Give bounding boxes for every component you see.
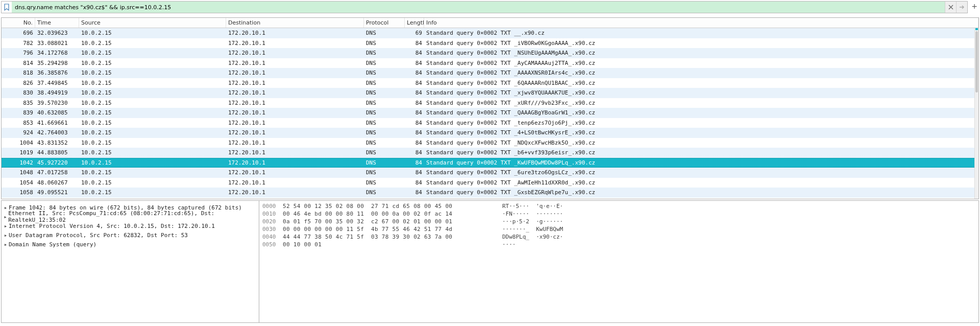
hex-row[interactable]: 004044 44 77 38 50 4c 71 5f 03 78 39 30 …	[262, 234, 975, 241]
hex-bytes: 00 00 00 00 00 00 11 5f 4b 77 55 46 42 5…	[283, 226, 502, 234]
tree-item[interactable]: ▸ Ethernet II, Src: PcsCompu_71:cd:65 (0…	[3, 212, 258, 221]
packet-row[interactable]: 83940.63208510.0.2.15172.20.10.1DNS84Sta…	[2, 108, 974, 118]
cell-protocol: DNS	[364, 188, 405, 198]
cell-time: 38.494919	[35, 88, 79, 98]
cell-destination: 172.20.10.1	[226, 128, 364, 138]
expand-triangle-icon[interactable]: ▸	[3, 204, 9, 211]
packet-row[interactable]: 79634.17276810.0.2.15172.20.10.1DNS84Sta…	[2, 48, 974, 58]
hex-row[interactable]: 000052 54 00 12 35 02 08 00 27 71 cd 65 …	[262, 203, 975, 211]
hex-row[interactable]: 003000 00 00 00 00 00 11 5f 4b 77 55 46 …	[262, 226, 975, 234]
cell-source: 10.0.2.15	[79, 148, 226, 158]
cell-destination: 172.20.10.1	[226, 168, 364, 178]
hex-offset: 0020	[262, 218, 283, 226]
col-header-source[interactable]: Source	[79, 18, 226, 28]
tree-item[interactable]: ▸ User Datagram Protocol, Src Port: 6283…	[3, 230, 258, 240]
hex-offset: 0000	[262, 203, 283, 211]
cell-no: 818	[2, 68, 35, 78]
cell-length: 84	[405, 158, 424, 168]
expand-triangle-icon[interactable]: ▸	[3, 241, 9, 248]
display-filter-input[interactable]	[12, 2, 945, 13]
cell-no: 796	[2, 48, 35, 58]
packet-details-tree[interactable]: ▸ Frame 1042: 84 bytes on wire (672 bits…	[1, 200, 259, 323]
expand-triangle-icon[interactable]: ▸	[3, 223, 9, 229]
packet-row[interactable]: 78233.08802110.0.2.15172.20.10.1DNS84Sta…	[2, 38, 974, 49]
cell-info: Standard query 0×0002 TXT _4+LS0tBwcHKys…	[424, 128, 974, 138]
hex-bytes: 52 54 00 12 35 02 08 00 27 71 cd 65 08 0…	[283, 203, 502, 211]
bookmark-icon[interactable]	[2, 2, 12, 13]
cell-protocol: DNS	[364, 58, 405, 68]
packet-row[interactable]: 69632.03962310.0.2.15172.20.10.1DNS69Sta…	[2, 28, 974, 38]
packet-row[interactable]: 82637.44984510.0.2.15172.20.10.1DNS84Sta…	[2, 78, 974, 88]
col-header-info[interactable]: Info	[424, 18, 978, 28]
cell-length: 69	[405, 28, 424, 38]
tree-item-label: Domain Name System (query)	[9, 241, 96, 248]
scrollbar-thumb[interactable]	[975, 31, 978, 92]
packet-row[interactable]: 81836.38587610.0.2.15172.20.10.1DNS84Sta…	[2, 68, 974, 78]
packet-row[interactable]: 105849.09552110.0.2.15172.20.10.1DNS84St…	[2, 188, 974, 198]
expand-triangle-icon[interactable]: ▸	[3, 232, 9, 239]
col-header-destination[interactable]: Destination	[226, 18, 364, 28]
hex-bytes: 44 44 77 38 50 4c 71 5f 03 78 39 30 02 6…	[283, 234, 502, 241]
cell-length: 84	[405, 48, 424, 58]
cell-destination: 172.20.10.1	[226, 58, 364, 68]
tree-item[interactable]: ▸ Domain Name System (query)	[3, 240, 258, 249]
packet-row[interactable]: 100443.83135210.0.2.15172.20.10.1DNS84St…	[2, 138, 974, 148]
add-filter-button[interactable]: +	[969, 0, 980, 12]
packet-row[interactable]: 101944.88380510.0.2.15172.20.10.1DNS84St…	[2, 148, 974, 158]
cell-destination: 172.20.10.1	[226, 118, 364, 128]
packet-row[interactable]: 85341.66966110.0.2.15172.20.10.1DNS84Sta…	[2, 118, 974, 128]
hex-ascii: ·······_ KwUFBQwM	[502, 226, 975, 234]
cell-no: 1054	[2, 178, 35, 188]
cell-info: Standard query 0×0002 TXT _6QAAAARnQU1BA…	[424, 78, 974, 88]
col-header-no[interactable]: No.	[2, 18, 35, 28]
hex-row[interactable]: 00200a 01 f5 70 00 35 00 32 c2 67 00 02 …	[262, 218, 975, 226]
packet-row[interactable]: 81435.29429810.0.2.15172.20.10.1DNS84Sta…	[2, 58, 974, 68]
cell-length: 84	[405, 108, 424, 118]
cell-time: 44.883805	[35, 148, 79, 158]
cell-length: 84	[405, 88, 424, 98]
cell-no: 696	[2, 28, 35, 38]
apply-filter-button[interactable]	[956, 2, 967, 13]
clear-filter-button[interactable]	[945, 2, 956, 13]
packet-row[interactable]: 92442.76400310.0.2.15172.20.10.1DNS84Sta…	[2, 128, 974, 138]
cell-no: 839	[2, 108, 35, 118]
cell-destination: 172.20.10.1	[226, 158, 364, 168]
scroll-marker-icon	[975, 28, 978, 30]
cell-no: 826	[2, 78, 35, 88]
cell-info: Standard query 0×0002 TXT _KwUFBQwMDDw8P…	[424, 158, 974, 168]
packet-list-scrollbar[interactable]	[974, 28, 978, 199]
hex-row[interactable]: 001000 46 4e bd 00 00 80 11 00 00 0a 00 …	[262, 211, 975, 218]
cell-info: Standard query 0×0002 TXT _GxsbEZGRqWlpe…	[424, 188, 974, 198]
cell-source: 10.0.2.15	[79, 98, 226, 108]
cell-source: 10.0.2.15	[79, 108, 226, 118]
packet-row[interactable]: 104245.92722010.0.2.15172.20.10.1DNS84St…	[2, 158, 974, 168]
cell-time: 49.095521	[35, 188, 79, 198]
col-header-time[interactable]: Time	[35, 18, 79, 28]
cell-source: 10.0.2.15	[79, 38, 226, 49]
hex-ascii: RT··5··· 'q·e··E·	[502, 203, 975, 211]
cell-protocol: DNS	[364, 88, 405, 98]
packet-list-header: No. Time Source Destination Protocol Len…	[2, 18, 978, 28]
hex-offset: 0040	[262, 234, 283, 241]
packet-row[interactable]: 83539.57023010.0.2.15172.20.10.1DNS84Sta…	[2, 98, 974, 108]
cell-destination: 172.20.10.1	[226, 88, 364, 98]
cell-time: 42.764003	[35, 128, 79, 138]
packet-bytes-hex[interactable]: 000052 54 00 12 35 02 08 00 27 71 cd 65 …	[259, 200, 979, 323]
packet-row[interactable]: 104847.01725810.0.2.15172.20.10.1DNS84St…	[2, 168, 974, 178]
packet-row[interactable]: 105448.06026710.0.2.15172.20.10.1DNS84St…	[2, 178, 974, 188]
cell-protocol: DNS	[364, 168, 405, 178]
cell-length: 84	[405, 118, 424, 128]
cell-source: 10.0.2.15	[79, 158, 226, 168]
col-header-length[interactable]: Length	[405, 18, 424, 28]
hex-row[interactable]: 005000 10 00 01····	[262, 241, 975, 249]
cell-time: 45.927220	[35, 158, 79, 168]
hex-bytes: 00 10 00 01	[283, 241, 502, 249]
cell-length: 84	[405, 168, 424, 178]
cell-info: Standard query 0×0002 TXT _tenp6ezs7Ojo6…	[424, 118, 974, 128]
expand-triangle-icon[interactable]: ▸	[3, 214, 8, 220]
cell-no: 1048	[2, 168, 35, 178]
col-header-protocol[interactable]: Protocol	[364, 18, 405, 28]
cell-protocol: DNS	[364, 78, 405, 88]
cell-protocol: DNS	[364, 118, 405, 128]
packet-row[interactable]: 83038.49491910.0.2.15172.20.10.1DNS84Sta…	[2, 88, 974, 98]
